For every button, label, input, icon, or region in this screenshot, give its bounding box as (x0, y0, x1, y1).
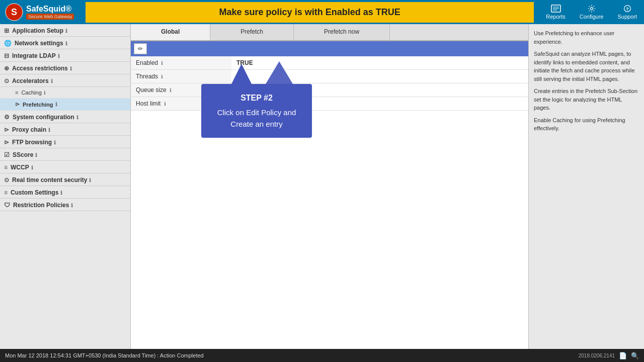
sidebar-section-label: Application Setup (12, 27, 63, 34)
settings-table: Enabled ℹ TRUE Threads ℹ 0 Queue size ℹ (131, 56, 528, 111)
info-icon-caching: ℹ (44, 90, 46, 96)
info-icon-proxy: ℹ (48, 127, 50, 133)
sidebar-item-custom-settings[interactable]: ≡ Custom Settings ℹ (0, 186, 130, 199)
help-para-3: Create entries in the Prefetch Sub-Secti… (534, 87, 639, 112)
sscore-icon: ☑ (4, 151, 10, 158)
svg-point-6 (590, 8, 593, 10)
sidebar-section-label: Custom Settings (11, 189, 58, 196)
callout-body: Click on Edit Policy and Create an entry (211, 107, 302, 130)
help-para-1: Use Prefetching to enhance user experien… (534, 29, 639, 46)
sidebar-item-access-restrictions[interactable]: ⊕ Access restrictions ℹ (0, 62, 130, 74)
sidebar-item-real-time-content-security[interactable]: ⊙ Real time content security ℹ (0, 173, 130, 186)
sidebar-section-label: WCCP (11, 164, 29, 171)
configure-label: Configure (580, 14, 604, 20)
proxy-icon: ⊳ (4, 126, 9, 133)
host-limit-label: Host limit (136, 100, 160, 107)
edit-icon: ✏ (138, 45, 143, 52)
edit-policy-button[interactable]: ✏ (134, 43, 147, 54)
table-row: Threads ℹ 0 (131, 70, 528, 83)
sidebar-section-label: Proxy chain (12, 126, 46, 133)
safesquid-logo-icon: S (5, 3, 23, 21)
info-icon-accelerators: ℹ (51, 78, 53, 84)
table-area: ✏ Enabled ℹ TRUE Threads ℹ 0 (131, 41, 528, 349)
restriction-icon: 🛡 (4, 202, 10, 209)
sidebar-item-sscore[interactable]: ☑ SScore ℹ (0, 148, 130, 161)
settings-icon: ⚙ (4, 114, 10, 121)
sidebar-section-label: SScore (13, 151, 33, 158)
sidebar-item-label-caching: Caching (21, 89, 41, 96)
content-area: Global Prefetch Prefetch now ✏ Enabled ℹ… (131, 24, 528, 349)
sidebar-item-ftp-browsing[interactable]: ⊳ FTP browsing ℹ (0, 136, 130, 148)
grid-icon: ⊞ (4, 27, 9, 34)
info-icon-sscore: ℹ (35, 152, 37, 158)
threads-label: Threads (136, 73, 158, 80)
sidebar-item-label-prefetching: Prefetching (23, 102, 53, 108)
logo-area: S SafeSquid® Secure Web Gateway (0, 0, 80, 24)
info-icon-syscfg: ℹ (76, 115, 78, 120)
sidebar-section-label: Network settings (15, 40, 63, 47)
sidebar-item-accelerators[interactable]: ⊙ Accelerators ℹ (0, 74, 130, 87)
header: S SafeSquid® Secure Web Gateway Make sur… (0, 0, 644, 24)
info-icon-restriction: ℹ (71, 203, 73, 208)
sidebar: ⊞ Application Setup ℹ 🌐 Network settings… (0, 24, 131, 349)
sidebar-item-prefetching[interactable]: ⊳ Prefetching ℹ (0, 99, 130, 111)
info-icon-access: ℹ (70, 66, 72, 71)
main: ⊞ Application Setup ℹ 🌐 Network settings… (0, 24, 644, 349)
sidebar-section-label: Accelerators (12, 77, 49, 84)
document-icon[interactable]: 📄 (619, 352, 627, 359)
support-label: Support (617, 14, 637, 20)
header-actions: Reports Configure ? Support (539, 0, 644, 24)
callout-title: STEP #2 (211, 92, 302, 104)
help-panel: Use Prefetching to enhance user experien… (528, 24, 644, 349)
tab-global[interactable]: Global (131, 24, 210, 40)
statusbar-text: Mon Mar 12 2018 12:54:31 GMT+0530 (India… (5, 352, 204, 358)
banner: Make sure policy is with Enabled as TRUE (86, 2, 534, 23)
help-para-2: SafeSquid can analyze HTML pages, to ide… (534, 50, 639, 83)
search-icon[interactable]: 🔍 (631, 352, 639, 359)
info-icon-network: ℹ (65, 41, 67, 46)
statusbar-right: 2018.0206.2141 📄 🔍 (579, 352, 639, 359)
help-para-4: Enable Caching for using Prefetching eff… (534, 116, 639, 133)
table-row: Queue size ℹ 128 (131, 83, 528, 97)
info-icon-threads: ℹ (161, 74, 163, 79)
support-button[interactable]: ? Support (610, 0, 644, 24)
sidebar-section-label: Real time content security (12, 176, 87, 184)
wccp-icon: ≡ (4, 164, 8, 171)
table-cell-label: Threads ℹ (131, 70, 231, 83)
queue-size-label: Queue size (136, 86, 167, 94)
table-cell-label: Enabled ℹ (131, 56, 231, 70)
pointer-triangle (264, 61, 294, 86)
sidebar-section-label: Integrate LDAP (12, 52, 56, 59)
info-icon-host: ℹ (164, 101, 166, 107)
sidebar-section-label: FTP browsing (12, 139, 52, 146)
sidebar-item-network-settings[interactable]: 🌐 Network settings ℹ (0, 37, 130, 49)
tab-prefetch-now[interactable]: Prefetch now (294, 24, 390, 40)
sidebar-item-restriction-policies[interactable]: 🛡 Restriction Policies ℹ (0, 199, 130, 211)
configure-icon (587, 5, 597, 13)
table-row: Enabled ℹ TRUE (131, 56, 528, 70)
info-icon-prefetching: ℹ (55, 102, 57, 107)
logo-name: SafeSquid® (26, 5, 74, 14)
statusbar: Mon Mar 12 2018 12:54:31 GMT+0530 (India… (0, 349, 644, 362)
statusbar-version: 2018.0206.2141 (579, 353, 615, 358)
security-icon: ⊙ (4, 176, 9, 184)
sidebar-item-integrate-ldap[interactable]: ⊟ Integrate LDAP ℹ (0, 49, 130, 62)
configure-button[interactable]: Configure (573, 0, 611, 24)
globe-icon: 🌐 (4, 40, 12, 47)
enabled-label: Enabled (136, 59, 158, 66)
sidebar-item-system-configuration[interactable]: ⚙ System configuration ℹ (0, 111, 130, 123)
access-icon: ⊕ (4, 65, 9, 72)
caching-icon: ≡ (15, 89, 18, 96)
sidebar-item-proxy-chain[interactable]: ⊳ Proxy chain ℹ (0, 123, 130, 136)
svg-text:?: ? (626, 6, 629, 12)
info-icon-wccp: ℹ (31, 165, 33, 170)
sidebar-item-caching[interactable]: ≡ Caching ℹ (0, 87, 130, 99)
tab-prefetch[interactable]: Prefetch (210, 24, 294, 40)
table-row: Host limit ℹ 16 (131, 97, 528, 111)
edit-row: ✏ (131, 41, 528, 56)
sidebar-item-wccp[interactable]: ≡ WCCP ℹ (0, 161, 130, 173)
reports-icon (551, 5, 561, 13)
sidebar-item-application-setup[interactable]: ⊞ Application Setup ℹ (0, 24, 130, 37)
info-icon-queue: ℹ (170, 87, 172, 93)
reports-button[interactable]: Reports (539, 0, 573, 24)
